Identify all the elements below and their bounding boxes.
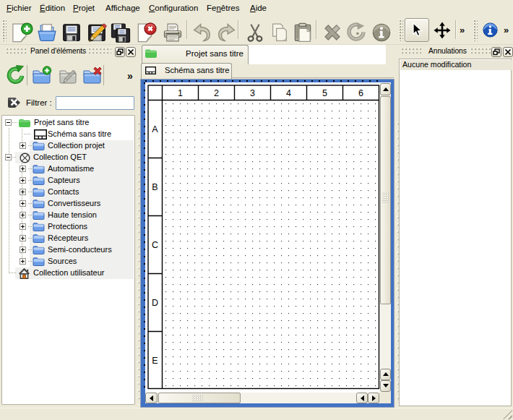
svg-text:3: 3: [250, 88, 255, 98]
svg-text:6: 6: [358, 88, 363, 98]
svg-text:E: E: [152, 356, 158, 366]
svg-text:B: B: [152, 182, 158, 192]
svg-text:D: D: [152, 298, 158, 308]
svg-text:4: 4: [286, 88, 291, 98]
svg-text:5: 5: [322, 88, 327, 98]
svg-text:2: 2: [214, 88, 219, 98]
svg-text:A: A: [152, 124, 158, 134]
svg-text:1: 1: [178, 88, 183, 98]
svg-text:C: C: [152, 240, 158, 250]
